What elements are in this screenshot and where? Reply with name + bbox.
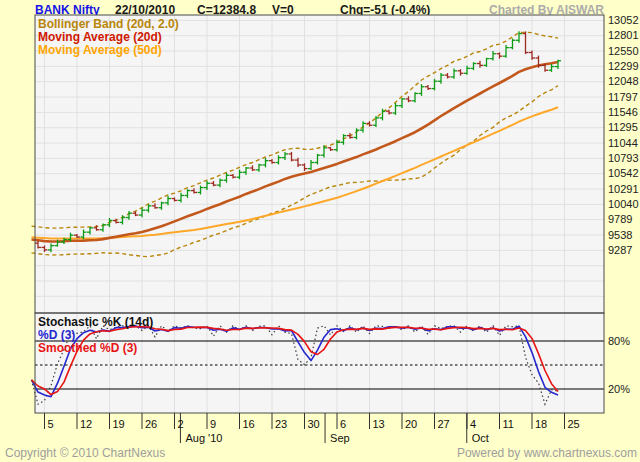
date-tick-label: 23 xyxy=(275,419,287,430)
copyright-label: Copyright © 2010 ChartNexus xyxy=(5,447,165,459)
price-axis-label: 10040 xyxy=(608,199,639,210)
main-price-panel[interactable] xyxy=(35,15,604,313)
date-tick-label: 9 xyxy=(210,419,216,430)
price-axis-label: 9789 xyxy=(608,214,632,225)
date-tick-label: 6 xyxy=(340,419,346,430)
price-axis-label: 11295 xyxy=(608,122,638,133)
legend-moving-average-50d: Moving Average (50d) xyxy=(38,44,179,57)
date-tick-label: 25 xyxy=(568,419,580,430)
date-tick-label: 16 xyxy=(243,419,255,430)
chart-canvas[interactable] xyxy=(0,0,640,462)
date-tick-label: 2 xyxy=(178,419,184,430)
price-axis-label: 10291 xyxy=(608,184,639,195)
month-label: Oct xyxy=(472,433,489,444)
price-axis-label: 9538 xyxy=(608,230,632,241)
price-axis-label: 12299 xyxy=(608,61,639,72)
stochastic-axis-label: 80% xyxy=(608,336,630,347)
main-panel-legend: Bollinger Band (20d, 2.0) Moving Average… xyxy=(38,18,179,57)
price-axis-label: 12801 xyxy=(608,30,639,41)
date-tick-label: 13 xyxy=(373,419,385,430)
date-tick-label: 20 xyxy=(405,419,417,430)
date-tick-label: 26 xyxy=(145,419,157,430)
price-axis-label: 9287 xyxy=(608,245,632,256)
price-axis-label: 12048 xyxy=(608,76,639,87)
date-tick-label: 18 xyxy=(535,419,547,430)
month-label: Aug '10 xyxy=(185,433,222,444)
price-axis-label: 11797 xyxy=(608,92,638,103)
stochastic-panel-legend: Stochastic %K (14d) %D (3) Smoothed %D (… xyxy=(38,316,153,355)
date-tick-label: 12 xyxy=(80,419,92,430)
legend-smoothed-d: Smoothed %D (3) xyxy=(38,342,153,355)
month-label: Sep xyxy=(330,433,350,444)
powered-by-label: Powered by www.chartnexus.com xyxy=(457,447,637,459)
date-tick-label: 5 xyxy=(48,419,54,430)
price-axis-label: 10793 xyxy=(608,153,639,164)
price-axis-label: 13052 xyxy=(608,15,639,26)
price-axis-label: 11044 xyxy=(608,138,638,149)
date-tick-label: 4 xyxy=(470,419,476,430)
chartnexus-window: BANK Nifty 22/10/2010 C=12384.8 V=0 Chg=… xyxy=(0,0,640,462)
stochastic-axis-label: 20% xyxy=(608,384,630,395)
price-axis-label: 11546 xyxy=(608,107,638,118)
date-tick-label: 27 xyxy=(438,419,450,430)
price-axis-label: 12550 xyxy=(608,46,639,57)
price-axis-label: 10542 xyxy=(608,168,639,179)
date-tick-label: 30 xyxy=(308,419,320,430)
date-tick-label: 19 xyxy=(113,419,125,430)
date-tick-label: 11 xyxy=(503,419,514,430)
